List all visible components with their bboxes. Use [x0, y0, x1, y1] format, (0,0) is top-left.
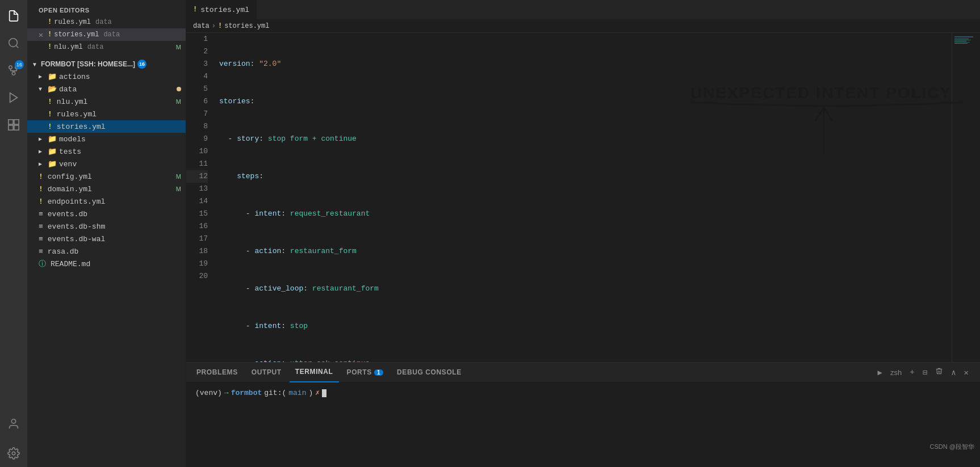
sidebar-item-events-db-shm[interactable]: ≡ events.db-shm: [27, 220, 186, 233]
terminal-cross: ✗: [315, 387, 320, 399]
sidebar-item-events-db[interactable]: ≡ events.db: [27, 208, 186, 220]
svg-marker-6: [10, 93, 18, 103]
source-control-badge: 16: [15, 60, 24, 69]
svg-point-12: [12, 452, 15, 455]
sidebar-item-actions[interactable]: ▶ 📁 actions: [27, 70, 186, 83]
breadcrumb-icon: !: [218, 22, 222, 30]
account-icon[interactable]: [0, 413, 27, 440]
editor-item-nlu[interactable]: ! nlu.yml data M: [27, 41, 186, 53]
svg-rect-9: [14, 125, 19, 130]
terminal-shell-label[interactable]: zsh: [888, 367, 904, 378]
svg-rect-10: [9, 125, 13, 130]
models-label: models: [59, 135, 86, 144]
editor-label-rules: rules.yml: [54, 18, 91, 26]
nlu-label: nlu.yml: [57, 98, 88, 106]
yaml-icon-stories: !: [48, 31, 52, 39]
yaml-icon: !: [48, 18, 52, 26]
chevron-down-icon-data: ▼: [39, 86, 45, 92]
svg-line-1: [16, 45, 18, 48]
sidebar-item-endpoints[interactable]: ! endpoints.yml: [27, 195, 186, 208]
tab-icon-stories: !: [193, 6, 197, 14]
terminal-trash-icon[interactable]: [933, 366, 945, 378]
svg-point-2: [12, 72, 15, 75]
terminal-split-icon[interactable]: ⊟: [920, 367, 929, 378]
debug-console-label: DEBUG CONSOLE: [397, 368, 462, 376]
run-icon[interactable]: [0, 84, 27, 111]
code-line-3: - story: stop form + continue: [219, 133, 952, 145]
close-icon[interactable]: ✕: [36, 30, 45, 40]
code-line-7: - active_loop: restaurant_form: [219, 283, 952, 295]
terminal-label: TERMINAL: [295, 368, 333, 376]
ports-badge: 1: [374, 369, 383, 376]
rasa-db-label: rasa.db: [48, 247, 79, 256]
search-icon[interactable]: [0, 30, 27, 57]
terminal-run-icon[interactable]: ▶: [876, 367, 885, 378]
editor-tag-nlu: data: [87, 43, 104, 51]
terminal-plus-icon[interactable]: +: [907, 367, 916, 378]
code-line-6: - action: restaurant_form: [219, 245, 952, 258]
sidebar-item-data[interactable]: ▼ 📂 data: [27, 83, 186, 95]
sidebar-item-nlu[interactable]: ! nlu.yml M: [27, 95, 186, 108]
chevron-right-icon: ▶: [39, 73, 45, 80]
editor-area: ! stories.yml data › ! stories.yml 12345…: [186, 0, 980, 467]
tab-terminal[interactable]: TERMINAL: [290, 363, 339, 382]
sidebar-item-domain[interactable]: ! domain.yml M: [27, 183, 186, 195]
info-icon: ⓘ: [39, 259, 46, 269]
folder-header[interactable]: ▼ FORMBOT [SSH: HOMESE...] 16: [27, 58, 186, 70]
tests-label: tests: [59, 148, 81, 156]
dirty-m-nlu: M: [176, 44, 181, 51]
sidebar-item-tests[interactable]: ▶ 📁 tests: [27, 145, 186, 158]
sidebar-item-rules[interactable]: ! rules.yml: [27, 108, 186, 120]
tab-ports[interactable]: PORTS 1: [341, 363, 390, 382]
readme-label: README.md: [51, 260, 90, 268]
sidebar-item-venv[interactable]: ▶ 📁 venv: [27, 158, 186, 170]
output-label: OUTPUT: [252, 368, 282, 376]
source-control-icon[interactable]: 16: [0, 57, 27, 84]
tab-bar: ! stories.yml: [186, 0, 980, 20]
sidebar-item-stories[interactable]: ! stories.yml: [27, 120, 186, 133]
settings-icon[interactable]: [0, 440, 27, 467]
db-wal-icon: ≡: [39, 235, 43, 243]
events-db-label: events.db: [48, 210, 87, 218]
tab-stories[interactable]: ! stories.yml: [186, 0, 257, 19]
yaml-icon-nlu: !: [48, 43, 52, 51]
exclaim-icon-domain: !: [39, 185, 43, 193]
tab-output[interactable]: OUTPUT: [246, 363, 287, 382]
chevron-right-icon-venv: ▶: [39, 161, 45, 167]
sidebar-item-readme[interactable]: ⓘ README.md: [27, 258, 186, 270]
panel-close-icon[interactable]: ✕: [962, 367, 971, 378]
tab-problems[interactable]: PROBLEMS: [191, 363, 244, 382]
folder-icon: 📁: [48, 72, 57, 81]
db-icon: ≡: [39, 210, 43, 218]
files-icon[interactable]: [0, 2, 27, 30]
sidebar-item-models[interactable]: ▶ 📁 models: [27, 133, 186, 145]
svg-rect-8: [14, 120, 19, 124]
code-editor[interactable]: 12345 678910 1112131415 1617181920 versi…: [186, 33, 980, 362]
terminal-cursor: [322, 389, 326, 397]
open-editors-title: OPEN EDITORS: [27, 2, 186, 16]
terminal-line: (venv) → formbot git:(main) ✗: [195, 387, 971, 399]
ports-label: PORTS: [347, 368, 372, 376]
code-line-4: steps:: [219, 170, 952, 183]
extensions-icon[interactable]: [0, 111, 27, 138]
breadcrumb-sep: ›: [212, 22, 216, 30]
panel-chevron-up-icon[interactable]: ∧: [949, 367, 958, 378]
sidebar-item-config[interactable]: ! config.yml M: [27, 170, 186, 183]
domain-label: domain.yml: [48, 185, 92, 193]
minimap: [952, 33, 980, 362]
dirty-m-config: M: [176, 173, 181, 180]
breadcrumb-file: stories.yml: [224, 22, 269, 30]
config-label: config.yml: [48, 173, 92, 181]
sidebar-item-events-db-wal[interactable]: ≡ events.db-wal: [27, 233, 186, 245]
tab-debug-console[interactable]: DEBUG CONSOLE: [391, 363, 467, 382]
exclaim-icon-stories: !: [48, 123, 52, 131]
editor-item-rules[interactable]: ! rules.yml data: [27, 16, 186, 28]
dirty-dot-data: [177, 87, 181, 91]
chevron-down-icon: ▼: [32, 61, 39, 68]
tab-label-stories: stories.yml: [200, 6, 249, 14]
rules-label: rules.yml: [57, 110, 97, 119]
sidebar-item-rasa-db[interactable]: ≡ rasa.db: [27, 245, 186, 258]
terminal-branch: main: [288, 387, 306, 399]
svg-point-3: [9, 66, 12, 69]
editor-item-stories[interactable]: ✕ ! stories.yml data: [27, 28, 186, 41]
